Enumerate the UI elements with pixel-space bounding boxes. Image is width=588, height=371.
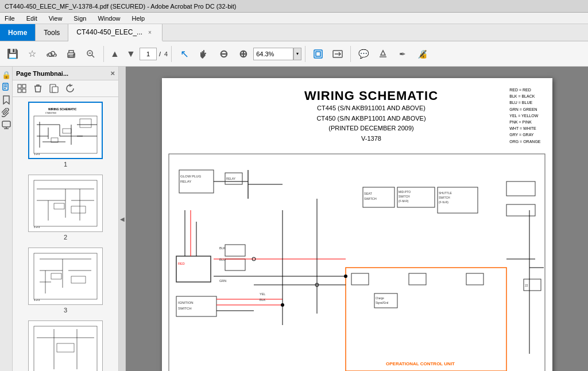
separator-4: [350, 46, 351, 62]
thumbnail-panel-header: Page Thumbnai... ×: [13, 67, 118, 80]
svg-text:SWITCH: SWITCH: [364, 197, 377, 200]
svg-text:WIRING SCHEMATIC: WIRING SCHEMATIC: [48, 107, 77, 111]
separator-2: [171, 46, 172, 62]
tab-home[interactable]: Home: [0, 24, 36, 41]
toolbar: 💾 ☆ ▲ ▼ / 4 ↖ ⊖ ⊕ ▾ 💬 ✒ 🔏: [0, 41, 588, 67]
svg-text:GRN: GRN: [219, 279, 226, 283]
menu-sign[interactable]: Sign: [71, 15, 88, 22]
thumb-delete-button[interactable]: [31, 82, 45, 95]
menu-view[interactable]: View: [47, 15, 65, 22]
menu-help[interactable]: Help: [130, 15, 148, 22]
svg-text:IGNITION: IGNITION: [178, 301, 194, 304]
schematic-diagram: GLOW PLUG RELAY RELAY IGNITION SWITCH: [168, 153, 552, 371]
svg-rect-17: [2, 121, 10, 127]
print-button[interactable]: [62, 45, 80, 63]
panel-collapse-handle[interactable]: ◀: [119, 67, 126, 371]
select-tool-button[interactable]: ↖: [175, 45, 194, 63]
tab-document[interactable]: CT440-450_ELEC_... ×: [68, 24, 163, 41]
svg-rect-21: [22, 84, 26, 88]
svg-rect-8: [314, 50, 322, 58]
thumbnail-page-3[interactable]: 3 of 4 3: [22, 248, 109, 314]
sidebar-icon-pages[interactable]: [1, 82, 12, 93]
svg-point-4: [74, 54, 75, 55]
sidebar-icon-bookmark[interactable]: [1, 94, 12, 106]
pdf-content-area[interactable]: WIRING SCHEMATIC CT445 (S/N AKB911001 AN…: [126, 67, 588, 371]
svg-text:RELAY: RELAY: [226, 177, 236, 180]
schematic-subtitle-1: CT445 (S/N AKB911001 AND ABOVE): [191, 103, 552, 114]
tab-tools[interactable]: Tools: [36, 24, 68, 41]
svg-rect-3: [69, 55, 74, 57]
svg-text:3 of 4: 3 of 4: [34, 299, 40, 302]
svg-rect-9: [316, 52, 320, 56]
svg-text:RELAY: RELAY: [180, 180, 191, 183]
svg-line-6: [92, 55, 94, 57]
svg-rect-26: [31, 105, 100, 156]
hand-tool-button[interactable]: [195, 45, 213, 63]
color-legend: RED = RED BLK = BLACK BLU = BLUE GRN = G…: [509, 87, 540, 145]
svg-point-133: [344, 275, 347, 278]
thumbnail-panel-close[interactable]: ×: [110, 69, 115, 78]
thumbnail-page-2[interactable]: 2 of 4 2: [22, 175, 109, 241]
thumb-extract-button[interactable]: [47, 82, 61, 95]
svg-text:MID-PTO: MID-PTO: [399, 190, 411, 194]
thumbnail-image-2: 2 of 4: [28, 175, 103, 232]
svg-rect-25: [52, 87, 58, 92]
svg-rect-55: [31, 250, 100, 302]
schematic-main-title: WIRING SCHEMATIC: [191, 88, 552, 103]
zoom-dropdown-button[interactable]: ▾: [293, 48, 301, 60]
page-number-input[interactable]: [140, 48, 157, 60]
thumbnail-panel: Page Thumbnai... ×: [13, 67, 119, 371]
title-text: CT440-450_ELEC_MF_V-1378-4.pdf (SECURED)…: [5, 3, 237, 10]
menu-edit[interactable]: Edit: [24, 15, 40, 22]
sidebar-icon-tags[interactable]: [1, 119, 12, 131]
svg-text:2 of 4: 2 of 4: [34, 226, 40, 229]
menu-file[interactable]: File: [2, 15, 17, 22]
fit-page-button[interactable]: [309, 45, 327, 63]
zoom-out-button[interactable]: ⊖: [214, 45, 233, 63]
tab-close-button[interactable]: ×: [146, 28, 154, 37]
tab-bar: Home Tools CT440-450_ELEC_... ×: [0, 24, 588, 41]
thumbnail-image-1: WIRING SCHEMATIC CT445/CT450: [28, 102, 103, 159]
svg-text:CT445/CT450: CT445/CT450: [45, 112, 56, 114]
svg-text:SEAT: SEAT: [364, 192, 373, 195]
schematic-title-block: WIRING SCHEMATIC CT445 (S/N AKB911001 AN…: [191, 88, 552, 144]
svg-text:BLK: BLK: [219, 246, 226, 250]
zoom-input[interactable]: [253, 48, 293, 60]
svg-text:SWITCH: SWITCH: [439, 196, 450, 199]
cloud-button[interactable]: [42, 45, 61, 63]
svg-text:SHUTTLE: SHUTTLE: [439, 191, 452, 195]
bookmark-button[interactable]: ☆: [23, 45, 41, 63]
svg-rect-20: [18, 84, 21, 88]
svg-text:1 of 4: 1 of 4: [34, 153, 40, 156]
thumb-rotate-button[interactable]: [63, 82, 77, 95]
thumbnail-list: WIRING SCHEMATIC CT445/CT450: [13, 97, 118, 371]
svg-text:BLK: BLK: [260, 298, 266, 302]
menu-window[interactable]: Window: [95, 15, 122, 22]
zoom-control: ▾: [253, 48, 301, 60]
zoom-in-button[interactable]: ⊕: [234, 45, 252, 63]
svg-text:(F-N-R): (F-N-R): [439, 200, 448, 204]
prev-page-button[interactable]: ▲: [107, 47, 122, 61]
sidebar-icon-lock[interactable]: 🔒: [1, 69, 12, 80]
thumbnail-image-3: 3 of 4: [28, 248, 103, 305]
thumbnail-toolbar: [13, 80, 118, 97]
svg-rect-23: [22, 89, 26, 92]
save-button[interactable]: 💾: [3, 45, 22, 63]
stamp-button[interactable]: 🔏: [413, 45, 431, 63]
highlight-button[interactable]: [374, 45, 392, 63]
thumbnail-label-2: 2: [64, 234, 67, 241]
thumb-layout-button[interactable]: [15, 82, 29, 95]
comment-button[interactable]: 💬: [354, 45, 373, 63]
pdf-page: WIRING SCHEMATIC CT445 (S/N AKB911001 AN…: [162, 78, 552, 371]
svg-rect-22: [18, 89, 21, 92]
svg-text:BLU: BLU: [219, 258, 226, 261]
sidebar-icon-attachments[interactable]: [1, 107, 12, 118]
fit-width-button[interactable]: [328, 45, 347, 63]
title-bar: CT440-450_ELEC_MF_V-1378-4.pdf (SECURED)…: [0, 0, 588, 13]
search-zoom-button[interactable]: [82, 45, 100, 63]
next-page-button[interactable]: ▼: [123, 47, 138, 61]
draw-button[interactable]: ✒: [393, 45, 412, 63]
schematic-subtitle-2: CT450 (S/N AKBP11001 AND ABOVE): [191, 114, 552, 124]
thumbnail-page-4[interactable]: 4: [22, 320, 109, 371]
thumbnail-page-1[interactable]: WIRING SCHEMATIC CT445/CT450: [22, 102, 109, 168]
